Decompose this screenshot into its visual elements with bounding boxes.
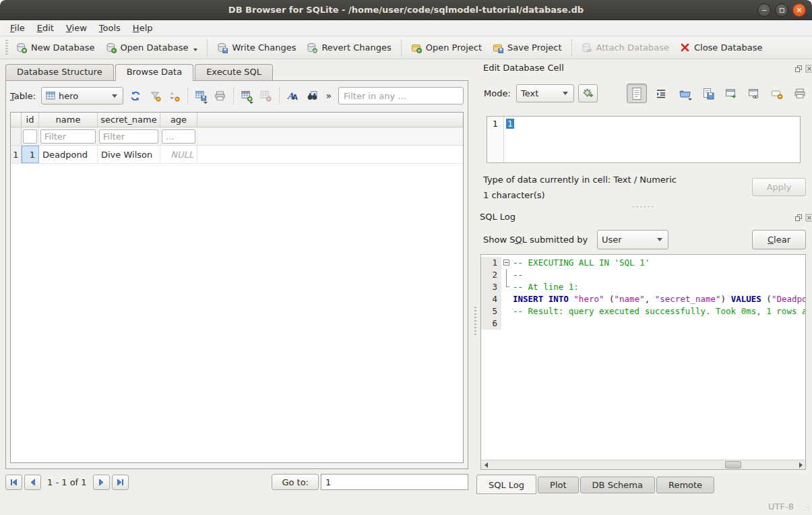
dock-close-icon[interactable] [805, 213, 812, 222]
resize-grip[interactable]: ······ [801, 504, 810, 513]
sql-log-editor[interactable]: 1-- EXECUTING ALL IN 'SQL 1'2--3-- At li… [480, 254, 806, 470]
sql-log-hscrollbar[interactable] [481, 460, 805, 469]
menu-view[interactable]: View [60, 22, 93, 34]
clear-sorting-button[interactable] [167, 87, 181, 104]
dock-resize-handle[interactable]: ······ [606, 202, 681, 211]
sql-log-code: 1-- EXECUTING ALL IN 'SQL 1'2--3-- At li… [481, 255, 805, 460]
import-dropdown-icon[interactable] [688, 98, 692, 100]
tab-browse-data[interactable]: Browse Data [115, 64, 194, 81]
column-filter-input-secret_name[interactable] [99, 129, 158, 144]
dock-float-icon[interactable] [794, 213, 803, 222]
row-number[interactable]: 1 [11, 146, 22, 163]
column-filter-input-age[interactable] [162, 129, 195, 144]
dock-close-icon[interactable] [805, 64, 812, 73]
cell-char-count: 1 character(s) [483, 190, 545, 200]
toolbar-separator [571, 40, 572, 56]
dock-tab-plot[interactable]: Plot [538, 477, 579, 493]
clear-filters-button[interactable] [148, 87, 162, 104]
sql-log-filter-value: User [602, 235, 622, 245]
close-database-button[interactable]: Close Database [675, 39, 768, 56]
column-header-name[interactable]: name [39, 113, 98, 127]
new-record-button[interactable] [240, 87, 254, 104]
table-cell[interactable]: NULL [160, 146, 197, 163]
scrollbar-thumb[interactable] [725, 461, 741, 468]
toolbar-separator [401, 40, 402, 56]
save-project-button[interactable]: Save Project [487, 39, 567, 57]
mode-combo[interactable]: Text [516, 84, 574, 102]
copy-table-dropdown-icon[interactable] [204, 102, 208, 104]
toolbar-overflow-icon[interactable]: » [325, 90, 332, 101]
last-page-button[interactable] [112, 475, 129, 490]
dock-splitter-handle[interactable] [474, 307, 476, 335]
cell-editor-content[interactable]: 1 [504, 117, 514, 162]
column-filter-input-name[interactable] [40, 129, 96, 144]
goto-button[interactable]: Go to: [272, 474, 319, 490]
new-database-button[interactable]: New Database [11, 39, 100, 57]
open-external-button[interactable] [724, 86, 739, 101]
column-filter-input-id[interactable] [23, 129, 37, 144]
text-document-toggle[interactable] [627, 84, 647, 103]
first-page-button[interactable] [5, 475, 22, 490]
maximize-icon [780, 8, 784, 13]
cell-editor[interactable]: 1 1 [487, 116, 801, 163]
maximize-button[interactable] [775, 3, 788, 17]
table-combo[interactable]: hero [41, 87, 123, 104]
sql-log-filter-combo[interactable]: User [597, 230, 668, 249]
auto-format-button[interactable] [654, 86, 668, 101]
revert-changes-button[interactable]: Revert Changes [301, 39, 396, 57]
column-header-id[interactable]: id [22, 113, 39, 127]
scroll-right-icon[interactable] [796, 460, 805, 469]
cell-editor-line-number: 1 [487, 117, 504, 162]
sql-log-filter-caret-icon [657, 238, 662, 241]
tab-execute-sql[interactable]: Execute SQL [195, 64, 273, 80]
close-database-icon [680, 42, 690, 53]
dock-float-icon[interactable] [794, 64, 803, 73]
prev-page-button[interactable] [24, 475, 41, 490]
data-grid[interactable]: idnamesecret_nameage11DeadpondDive Wilso… [10, 112, 464, 463]
link-cell-button[interactable] [747, 86, 761, 101]
print-cell-button[interactable] [792, 86, 807, 101]
next-page-button[interactable] [93, 475, 110, 490]
export-data-button[interactable] [701, 86, 716, 101]
open-database-dropdown-icon[interactable] [193, 49, 197, 51]
new-record-dropdown-icon[interactable] [249, 102, 253, 104]
mode-label: Mode: [484, 88, 511, 98]
font-settings-button[interactable]: AA [286, 87, 300, 104]
auto-apply-button[interactable] [578, 84, 598, 102]
clear-log-button[interactable]: Clear [752, 230, 806, 249]
open-project-button[interactable]: Open Project [406, 39, 487, 57]
cell-type-info: Type of data currently in cell: Text / N… [483, 175, 677, 185]
toolbar-drag-handle[interactable] [5, 40, 8, 56]
dock-tab-sql-log[interactable]: SQL Log [476, 475, 536, 494]
column-header-secret_name[interactable]: secret_name [98, 113, 160, 127]
open-database-button[interactable]: Open Database [100, 39, 204, 57]
write-changes-button[interactable]: Write Changes [212, 39, 301, 57]
tab-database-structure[interactable]: Database Structure [5, 64, 114, 80]
table-cell[interactable]: Dive Wilson [98, 146, 160, 163]
fold-collapse-icon[interactable] [503, 260, 509, 266]
table-cell[interactable]: Deadpond [39, 146, 98, 163]
column-header-age[interactable]: age [160, 113, 197, 127]
print-table-button[interactable] [214, 87, 228, 104]
row-range-text: 1 - 1 of 1 [47, 477, 87, 487]
dock-tab-remote[interactable]: Remote [656, 477, 714, 493]
goto-input[interactable] [321, 474, 468, 490]
menu-file[interactable]: File [4, 22, 31, 34]
scroll-left-icon[interactable] [481, 460, 491, 469]
import-data-button[interactable] [677, 86, 693, 101]
copy-table-button[interactable] [194, 87, 208, 104]
set-null-button[interactable] [770, 86, 784, 101]
minimize-button[interactable]: − [757, 3, 771, 17]
close-button[interactable]: ✕ [792, 3, 806, 17]
find-in-cells-button[interactable] [305, 87, 319, 104]
dock-tab-db-schema[interactable]: DB Schema [580, 477, 655, 493]
menu-tools[interactable]: Tools [93, 22, 127, 34]
menu-edit[interactable]: Edit [31, 22, 60, 34]
refresh-button[interactable] [129, 87, 143, 104]
document-icon [631, 87, 643, 100]
table-cell[interactable]: 1 [22, 146, 39, 163]
title-bar[interactable]: DB Browser for SQLite - /home/user/code/… [0, 0, 812, 20]
sql-log-title: SQL Log [480, 212, 516, 222]
filter-in-any-input[interactable] [338, 87, 464, 104]
menu-help[interactable]: Help [127, 22, 159, 34]
